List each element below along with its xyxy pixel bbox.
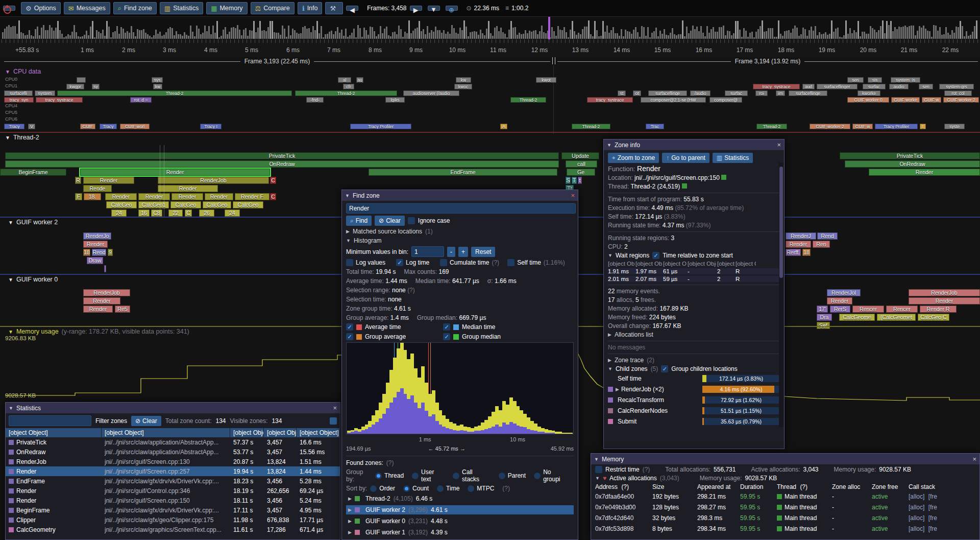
timeline-zone[interactable]: CalcGeo C [918,314,949,321]
cpu-zone[interactable]: im [776,90,785,96]
cpu-zone[interactable]: Tracy Profiler [875,124,918,129]
cpu-zone[interactable]: audio [889,84,909,89]
cpu-zone[interactable]: GUIF [80,124,95,129]
close-icon[interactable]: × [777,142,781,148]
column-header[interactable]: [object Object] [736,261,756,267]
call-stack-link[interactable]: [alloc] [909,525,926,532]
timeline-zone[interactable]: Rende [83,185,112,192]
thread-2-section-header[interactable]: ▼ Thread-2 [5,134,39,141]
timeline-zone[interactable]: F [75,193,82,200]
timeline-zone[interactable]: Sef [817,322,830,329]
column-header[interactable]: Call stack [909,483,975,490]
clear-filter-button[interactable]: ⊘Clear [131,416,161,426]
cpu-zone[interactable]: Thread-2 [295,90,397,96]
options-button[interactable]: ⚙ Options [21,2,61,14]
timeline-zone[interactable]: Ren [813,241,830,248]
cpu-zone[interactable]: kwot [536,77,556,83]
timeline-zone[interactable]: t [578,177,582,184]
cpu-zone[interactable]: Thread-2 [756,124,787,129]
column-header[interactable]: [object Object] [608,261,634,267]
cpu-zone[interactable]: GUIF w [922,97,941,103]
sort-by-option[interactable]: Order [370,485,395,492]
timeline-zone[interactable]: R [75,177,81,184]
timeline-zone[interactable]: Rend [817,232,838,240]
collapse-triangle-icon[interactable]: ▼ [594,457,599,462]
cpu-zone[interactable]: syste [944,124,965,129]
timeline-zone[interactable]: 26 [199,209,214,217]
min-bin-decrease-button[interactable]: - [447,247,455,257]
legend-toggle[interactable]: ✓ Group average [346,333,443,340]
group-by-option[interactable]: User text [412,468,445,483]
group-by-option[interactable]: Parent [499,472,526,479]
cpu-zone[interactable]: kwgpr [66,84,84,89]
cpu-zone[interactable]: surfaceflinge [789,90,827,96]
allocation-row[interactable]: 0x7dfaa64e00 192 bytes 298.21 ms 59.95 s… [595,492,975,501]
timeline-zone[interactable]: Update [561,152,599,159]
matched-locations-toggle[interactable]: ▶ Matched source locations (1) [346,228,574,235]
cpu-zone[interactable]: GUIF worker 2 [943,97,979,103]
timeline-zone[interactable]: Render [205,193,233,200]
cpu-zone[interactable]: GUIF worke [891,97,920,103]
cpu-zone[interactable]: system_is [891,77,920,83]
cpu-zone[interactable]: Thread-2 [57,90,292,96]
messages-button[interactable]: ✉ Messages [64,2,110,14]
timeline-zone[interactable]: 16 [138,209,150,217]
timeline-zone[interactable]: C [270,177,276,184]
allocation-row[interactable]: 0x7dfc42d640 32 bytes 298.3 ms 59.95 s M… [595,513,975,523]
sort-by-option[interactable]: MTPC [468,485,494,492]
zone-trace-toggle[interactable]: ▶ Zone trace (2) [608,357,780,364]
tools-button[interactable]: ⚒ [325,2,343,14]
info-button[interactable]: ℹ Info [298,2,323,14]
cpu-zone[interactable]: composer@ [709,97,742,103]
scrollbar[interactable] [779,162,783,427]
timeline-zone[interactable]: PrivateTick [840,152,980,159]
cpu-zone[interactable]: tracy_syn [4,97,34,103]
collapse-triangle-icon[interactable]: ▼ [607,143,611,148]
limit-range-toggle[interactable] [330,417,337,425]
timeline-zone[interactable]: Render [80,169,270,176]
zone-statistics-button[interactable]: ▥ Statistics [713,153,753,163]
stats-table-row[interactable]: EndFrame jni/../jni/src/claw/gfx/drv/vk/… [6,476,340,486]
cpu-zone[interactable]: lgiks [385,97,405,103]
histogram-toggle[interactable]: ▼ Histogram [346,237,574,244]
timeline-zone[interactable]: CalcGeo [233,201,263,208]
expanded-triangle-icon[interactable]: ▼ [608,366,612,371]
stats-table-row[interactable]: CalcGeometry jni/../jni/src/claw/graphic… [6,525,340,534]
call-stack-link[interactable]: [alloc] [909,514,926,522]
expanded-triangle-icon[interactable]: ▼ [608,253,612,258]
cpu-zone[interactable]: system [35,90,55,96]
wait-region-row[interactable]: 2.01 ms2.07 ms59 µs -2R [608,276,780,282]
cpu-zone[interactable]: A [500,124,507,129]
cpu-zone[interactable]: kworke [857,90,880,96]
child-zone-row[interactable]: ▶ RenderJob (×2) 4.16 ms (92.60%) [608,385,780,394]
cpu-zone[interactable]: surfaceflinge [648,90,687,96]
allocation-row[interactable]: 0x7dfc53d898 8 bytes 298.34 ms 59.95 s M… [595,524,975,533]
cpu-zone[interactable]: V [28,124,35,129]
next-frame-button[interactable]: ▶ [410,6,422,11]
column-header[interactable]: [object Object] [297,428,340,437]
column-header[interactable]: Thread (?) [777,483,832,490]
close-icon[interactable]: × [571,192,575,199]
timeline-zone[interactable]: T [572,177,577,184]
cpu-zone[interactable]: aud [802,84,815,89]
cpu-zone[interactable]: cfr [343,84,354,89]
find-zone-button[interactable]: ⌕ Find zone [113,2,157,14]
timeline-zone[interactable]: Render [83,306,113,313]
timeline-zone[interactable] [104,265,106,272]
frame-dropdown-button[interactable]: ▼ [428,6,440,11]
collapse-triangle-icon[interactable]: ▼ [9,406,13,411]
stats-table-row[interactable]: OnRedraw jni/../jni/src/claw/application… [6,447,340,457]
timeline-zone[interactable]: Render [869,169,980,176]
statistics-button[interactable]: ▥ Statistics [160,2,203,14]
timeline-zone[interactable]: Render R [920,306,957,313]
timeline-zone[interactable]: RenderJob [909,289,980,296]
histogram-option-checkbox[interactable]: Log values [346,259,388,266]
cpu-zone[interactable]: Tracy [4,124,24,129]
memory-usage-section-header[interactable]: ▼ Memory usage (y-range: 178.27 KB, visi… [8,328,189,335]
cpu-zone[interactable]: Tracy Profiler [350,124,411,129]
timeline-zone[interactable]: Rencer [852,306,884,313]
column-header[interactable]: [object Object] [717,261,734,267]
filter-zones-input[interactable] [9,415,91,426]
timeline-zone[interactable]: 17' [817,306,828,313]
timeline-zone[interactable]: CalcGeo [106,201,137,208]
